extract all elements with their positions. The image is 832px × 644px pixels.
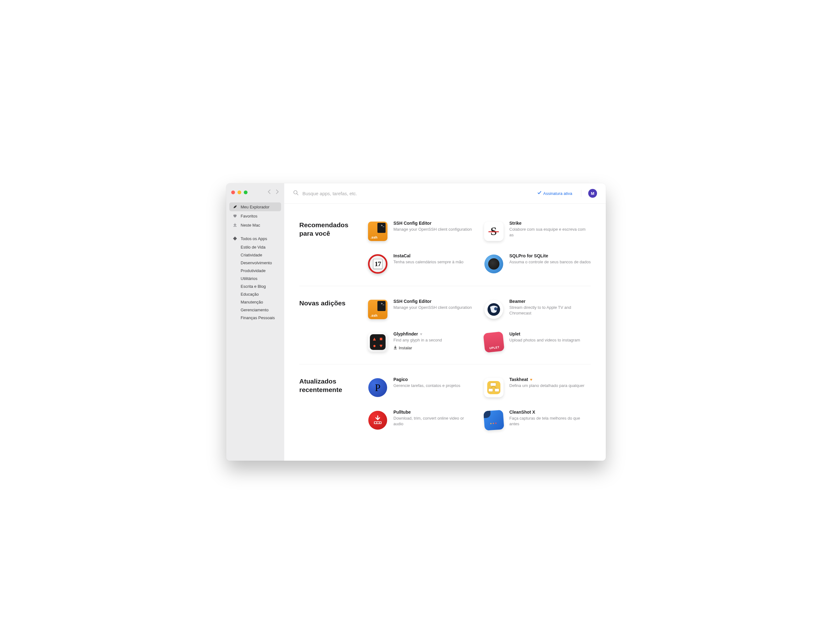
- search-icon: [293, 190, 299, 197]
- apps-grid: P Pagico Gerencie tarefas, contatos e pr…: [367, 377, 591, 431]
- sidebar-item-label: Neste Mac: [241, 223, 260, 227]
- app-card-sqlpro[interactable]: SQLPro for SQLite Assuma o controle de s…: [483, 253, 591, 275]
- app-desc: Tenha seus calendários sempre à mão: [394, 259, 475, 265]
- apps-grid: .ssh SSH Config Editor Manage your OpenS…: [367, 221, 591, 275]
- sidebar-item-label: Meu Explorador: [241, 205, 269, 209]
- app-name: CleanShot X: [509, 410, 591, 415]
- app-desc: Download, trim, convert online video or …: [394, 415, 475, 427]
- subscription-label: Assinatura ativa: [543, 191, 573, 196]
- sidebar-item-explorer[interactable]: Meu Explorador: [229, 202, 281, 211]
- content-scroll[interactable]: Recomendados para você .ssh SSH Config E…: [284, 204, 606, 461]
- app-card-strike[interactable]: S Strike Colabore com sua esquipe e escr…: [483, 221, 591, 242]
- svg-point-4: [494, 307, 497, 311]
- sidebar-category-writing[interactable]: Escrita e Blog: [229, 282, 281, 290]
- app-desc: Gerencie tarefas, contatos e projetos: [394, 383, 475, 389]
- sidebar-category-maintenance[interactable]: Manutenção: [229, 298, 281, 306]
- app-name: InstaCal: [394, 253, 475, 258]
- app-icon: .ssh: [368, 221, 387, 241]
- section-recommended: Recomendados para você .ssh SSH Config E…: [299, 213, 591, 282]
- section-new: Novas adições .ssh SSH Config Editor Man…: [299, 286, 591, 360]
- svg-point-15: [495, 423, 496, 424]
- window-controls: [231, 191, 248, 194]
- avatar[interactable]: M: [588, 189, 597, 198]
- sidebar-category-utilities[interactable]: Utilitários: [229, 275, 281, 282]
- app-desc: Upload photos and videos to instagram: [509, 337, 591, 343]
- app-name: Uplet: [509, 332, 591, 336]
- app-card-sshconfig[interactable]: .ssh SSH Config Editor Manage your OpenS…: [367, 299, 475, 320]
- sidebar-item-thismac[interactable]: Neste Mac: [229, 221, 281, 229]
- app-icon: S: [484, 221, 504, 241]
- app-icon: [483, 332, 504, 353]
- app-desc: Colabore com sua esquipe e escreva com a…: [509, 227, 591, 238]
- app-name: Strike: [509, 221, 591, 226]
- app-icon: 17: [368, 254, 387, 274]
- section-title: Recomendados para você: [299, 221, 359, 275]
- sidebar-category-development[interactable]: Desenvolvimento: [229, 259, 281, 267]
- app-desc: Assuma o controle de seus bancos de dado…: [509, 259, 591, 265]
- diamond-icon: [232, 236, 237, 241]
- sidebar-category-management[interactable]: Gerenciamento: [229, 306, 281, 314]
- sidebar-category-education[interactable]: Educação: [229, 290, 281, 298]
- download-icon: [232, 223, 237, 227]
- sidebar-item-allapps[interactable]: Todos os Apps: [229, 234, 281, 243]
- search-input[interactable]: [302, 191, 534, 196]
- app-name: Pulltube: [394, 410, 475, 415]
- section-title: Novas adições: [299, 299, 359, 353]
- app-name: SSH Config Editor: [394, 221, 475, 226]
- sidebar: Meu Explorador Favoritos Neste Mac Todos…: [226, 183, 284, 461]
- svg-rect-0: [233, 237, 237, 240]
- app-desc: Find any glyph in a second: [394, 337, 475, 343]
- sidebar-item-favorites[interactable]: Favoritos: [229, 211, 281, 220]
- app-card-uplet[interactable]: Uplet Upload photos and videos to instag…: [483, 332, 591, 353]
- app-name: SSH Config Editor: [394, 299, 475, 304]
- section-updated: Atualizados recentemente P Pagico Gerenc…: [299, 364, 591, 439]
- svg-rect-10: [374, 422, 376, 423]
- app-card-instacal[interactable]: 17 InstaCal Tenha seus calendários sempr…: [367, 253, 475, 275]
- titlebar: [229, 189, 281, 202]
- maximize-button[interactable]: [244, 191, 248, 194]
- install-button[interactable]: Instalar: [394, 346, 412, 350]
- nav-forward-button[interactable]: [275, 189, 279, 195]
- app-icon: [368, 411, 387, 429]
- topbar: Assinatura ativa M: [284, 183, 606, 204]
- app-name: Beamer: [509, 299, 591, 304]
- app-card-cleanshot[interactable]: CleanShot X Faça capturas de tela melhor…: [483, 410, 591, 431]
- subscription-status[interactable]: Assinatura ativa: [538, 191, 573, 196]
- app-card-pagico[interactable]: P Pagico Gerencie tarefas, contatos e pr…: [367, 377, 475, 398]
- minimize-button[interactable]: [237, 191, 241, 194]
- main-content: Assinatura ativa M Recomendados para voc…: [284, 183, 606, 461]
- app-icon: [483, 410, 504, 431]
- svg-rect-11: [377, 422, 379, 423]
- app-desc: Stream directly to to Apple TV and Chrom…: [509, 305, 591, 316]
- app-icon: [485, 300, 503, 319]
- sidebar-category-productivity[interactable]: Produtividade: [229, 267, 281, 275]
- heart-icon: [232, 213, 237, 218]
- app-card-taskheat[interactable]: Taskheat ♥ Defina um plano detalhado par…: [483, 377, 591, 398]
- app-card-pulltube[interactable]: Pulltube Download, trim, convert online …: [367, 410, 475, 431]
- sidebar-item-label: Favoritos: [241, 214, 257, 218]
- app-icon: .ssh: [368, 300, 387, 319]
- app-icon: ▲■●♥: [368, 332, 387, 352]
- app-name: Taskheat ♥: [509, 377, 591, 382]
- check-icon: [538, 191, 541, 196]
- sidebar-item-label: Todos os Apps: [241, 236, 267, 241]
- sidebar-category-lifestyle[interactable]: Estilo de Vida: [229, 243, 281, 251]
- app-card-beamer[interactable]: Beamer Stream directly to to Apple TV an…: [483, 299, 591, 320]
- section-title: Atualizados recentemente: [299, 377, 359, 431]
- app-card-sshconfig[interactable]: .ssh SSH Config Editor Manage your OpenS…: [367, 221, 475, 242]
- svg-rect-12: [379, 422, 381, 423]
- app-icon: P: [368, 378, 387, 397]
- sidebar-category-finance[interactable]: Finanças Pessoais: [229, 314, 281, 322]
- svg-line-2: [297, 194, 298, 195]
- nav-back-button[interactable]: [267, 189, 271, 195]
- app-icon: [485, 255, 503, 273]
- app-card-glyphfinder[interactable]: ▲■●♥ Glyphfinder ♥ Find any glyph in a s…: [367, 332, 475, 353]
- close-button[interactable]: [231, 191, 235, 194]
- app-desc: Manage your OpenSSH client configuration: [394, 227, 475, 232]
- app-icon: [484, 378, 504, 397]
- download-icon: [394, 346, 397, 350]
- app-name: Glyphfinder ♥: [394, 332, 475, 336]
- sidebar-category-creativity[interactable]: Criatividade: [229, 251, 281, 259]
- favorite-icon[interactable]: ♥: [420, 332, 422, 336]
- favorite-icon[interactable]: ♥: [530, 377, 533, 382]
